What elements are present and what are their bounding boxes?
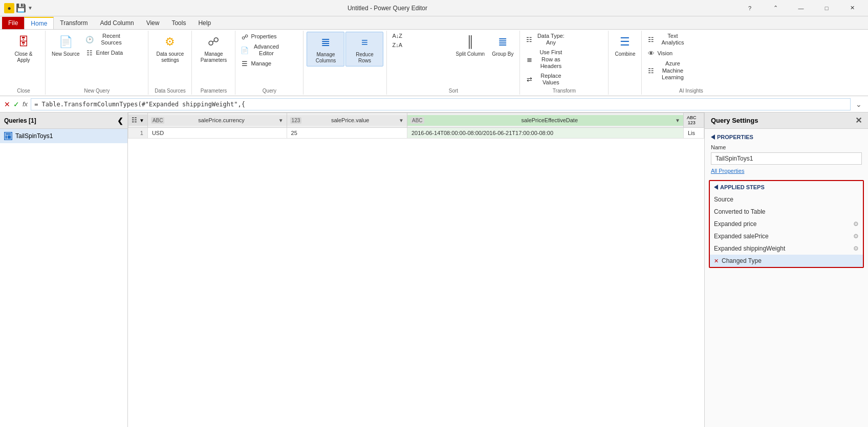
ribbon-group-combine: ☰ Combine <box>609 31 642 95</box>
advanced-editor-button[interactable]: 📄 Advanced Editor <box>238 42 300 58</box>
help-btn[interactable]: ? <box>738 0 762 16</box>
col-sort-saleprice-currency[interactable]: ▼ <box>278 118 284 123</box>
chevron-up-btn[interactable]: ⌃ <box>764 0 787 16</box>
manage-columns-label: Manage Columns <box>310 52 341 64</box>
tab-transform[interactable]: Transform <box>54 17 94 29</box>
formula-confirm-btn[interactable]: ✓ <box>13 100 19 108</box>
ribbon-group-transform: ☷ Data Type: Any ≣ Use First Row as Head… <box>520 31 609 95</box>
query-settings-title: Query Settings <box>711 117 758 124</box>
close-btn[interactable]: ✕ <box>840 0 864 16</box>
col-header-saleprice-currency: ABC salePrice.currency ▼ <box>147 113 287 128</box>
fx-label: fx <box>23 100 28 108</box>
step-expanded-price[interactable]: Expanded price ⚙ <box>710 218 863 230</box>
enter-data-button[interactable]: ☷ Enter Data <box>83 48 145 58</box>
properties-button[interactable]: ☍ Properties <box>238 32 300 42</box>
step-source[interactable]: Source <box>710 193 863 206</box>
ribbon-group-new-query: 📄 New Source 🕑 Recent Sources ☷ Enter Da… <box>46 31 148 95</box>
window-controls: ? ⌃ — □ ✕ <box>738 0 864 16</box>
step-expanded-shippingweight[interactable]: Expanded shippingWeight ⚙ <box>710 242 863 255</box>
row-num-header: ☷ ▼ <box>128 113 148 128</box>
tab-add-column[interactable]: Add Column <box>94 17 140 29</box>
col-type-saleprice-effectivedate: ABC <box>410 117 424 124</box>
group-by-icon: ≣ <box>494 34 511 50</box>
cell-saleprice-currency[interactable]: USD <box>147 128 287 139</box>
manage-parameters-button[interactable]: ☍ Manage Parameters <box>195 32 232 65</box>
manage-params-label: Manage Parameters <box>198 51 229 63</box>
cell-more[interactable]: Lis <box>684 128 704 139</box>
step-source-label: Source <box>714 196 733 203</box>
minimize-btn[interactable]: — <box>789 0 813 16</box>
manage-params-icon: ☍ <box>205 34 222 50</box>
step-expanded-shippingweight-gear-icon[interactable]: ⚙ <box>853 245 859 252</box>
name-field-value[interactable]: TailSpinToys1 <box>711 152 862 165</box>
header-dropdown[interactable]: ▼ <box>139 118 144 123</box>
col-type-saleprice-currency: ABC <box>151 117 165 124</box>
save-icon[interactable]: 💾 <box>16 4 26 13</box>
enter-data-label: Enter Data <box>96 50 123 56</box>
sort-az-label: A↓Z <box>392 33 402 39</box>
replace-values-button[interactable]: ⇄ Replace Values <box>523 72 605 87</box>
tab-view[interactable]: View <box>140 17 166 29</box>
formula-cancel-btn[interactable]: ✕ <box>4 100 10 108</box>
properties-section-title: PROPERTIES <box>705 129 868 142</box>
manage-button[interactable]: ☰ Manage <box>238 58 300 69</box>
col-sort-saleprice-value[interactable]: ▼ <box>399 118 404 123</box>
ribbon: 🗄 Close & Apply Close 📄 New Source 🕑 Rec… <box>0 30 868 96</box>
split-column-button[interactable]: ║ Split Column <box>452 32 488 59</box>
recent-sources-button[interactable]: 🕑 Recent Sources <box>83 32 145 47</box>
transform-group-label: Transform <box>523 87 605 94</box>
columns-group-label <box>307 93 383 94</box>
all-properties-link[interactable]: All Properties <box>705 166 868 176</box>
row-num-cell: 1 <box>128 128 148 139</box>
sort-group-label: Sort <box>390 87 516 94</box>
formula-expand-btn[interactable]: ⌄ <box>854 100 864 108</box>
undo-icon: ▼ <box>28 5 33 11</box>
query-item-tailspintoys1[interactable]: TailSpinToys1 <box>0 129 127 143</box>
close-apply-icon: 🗄 <box>15 34 32 50</box>
close-apply-button[interactable]: 🗄 Close & Apply <box>5 32 42 65</box>
powerbi-icon: ● <box>4 3 14 13</box>
data-table-wrapper[interactable]: ☷ ▼ ABC salePrice.currency ▼ <box>128 113 704 427</box>
step-changed-type-x-icon[interactable]: ✕ <box>714 258 719 264</box>
group-by-button[interactable]: ≣ Group By <box>489 32 516 59</box>
properties-label: Properties <box>251 33 276 40</box>
step-expanded-saleprice[interactable]: Expanded salePrice ⚙ <box>710 230 863 242</box>
tab-help[interactable]: Help <box>192 17 217 29</box>
vision-button[interactable]: 👁 Vision <box>645 48 737 58</box>
sort-za-button[interactable]: Z↓A <box>390 41 451 50</box>
use-first-row-button[interactable]: ≣ Use First Row as Headers <box>523 48 605 71</box>
step-changed-type[interactable]: ✕ Changed Type <box>710 255 863 267</box>
text-analytics-button[interactable]: ☷ Text Analytics <box>645 32 737 47</box>
sort-az-button[interactable]: A↓Z <box>390 32 451 40</box>
queries-panel: Queries [1] ❮ TailSpinToys1 <box>0 113 128 427</box>
col-sort-saleprice-effectivedate[interactable]: ▼ <box>675 118 680 123</box>
new-source-button[interactable]: 📄 New Source <box>49 32 82 59</box>
text-analytics-label: Text Analytics <box>657 33 688 46</box>
reduce-rows-button[interactable]: ≡ Reduce Rows <box>345 32 383 66</box>
tab-tools[interactable]: Tools <box>165 17 192 29</box>
ribbon-group-query: ☍ Properties 📄 Advanced Editor ☰ Manage … <box>235 31 303 95</box>
maximize-btn[interactable]: □ <box>815 0 838 16</box>
cell-saleprice-effectivedate[interactable]: 2016-06-14T08:00:00-08:00/2016-06-21T17:… <box>407 128 683 139</box>
tab-home[interactable]: Home <box>24 17 54 29</box>
data-source-settings-button[interactable]: ⚙ Data source settings <box>151 32 188 65</box>
query-settings-header: Query Settings ✕ <box>705 113 868 129</box>
properties-icon: ☍ <box>241 33 249 41</box>
data-type-button[interactable]: ☷ Data Type: Any <box>523 32 605 47</box>
step-expanded-saleprice-gear-icon[interactable]: ⚙ <box>853 233 859 240</box>
ribbon-group-close: 🗄 Close & Apply Close <box>2 31 46 95</box>
split-column-label: Split Column <box>455 51 485 57</box>
tab-file[interactable]: File <box>2 17 24 29</box>
col-name-saleprice-effectivedate: salePriceEffectiveDate <box>426 117 674 123</box>
step-converted-to-table[interactable]: Converted to Table <box>710 206 863 218</box>
step-expanded-price-gear-icon[interactable]: ⚙ <box>853 220 859 228</box>
cell-saleprice-value[interactable]: 25 <box>287 128 407 139</box>
azure-ml-button[interactable]: ☷ Azure Machine Learning <box>645 59 737 82</box>
queries-collapse-btn[interactable]: ❮ <box>117 117 123 125</box>
query-settings-close-btn[interactable]: ✕ <box>855 116 862 125</box>
formula-input[interactable] <box>31 98 851 110</box>
manage-columns-button[interactable]: ≣ Manage Columns <box>307 32 344 66</box>
properties-title-label: PROPERTIES <box>717 134 753 140</box>
combine-button[interactable]: ☰ Combine <box>612 32 638 59</box>
table-icon-header[interactable]: ☷ <box>132 117 137 124</box>
